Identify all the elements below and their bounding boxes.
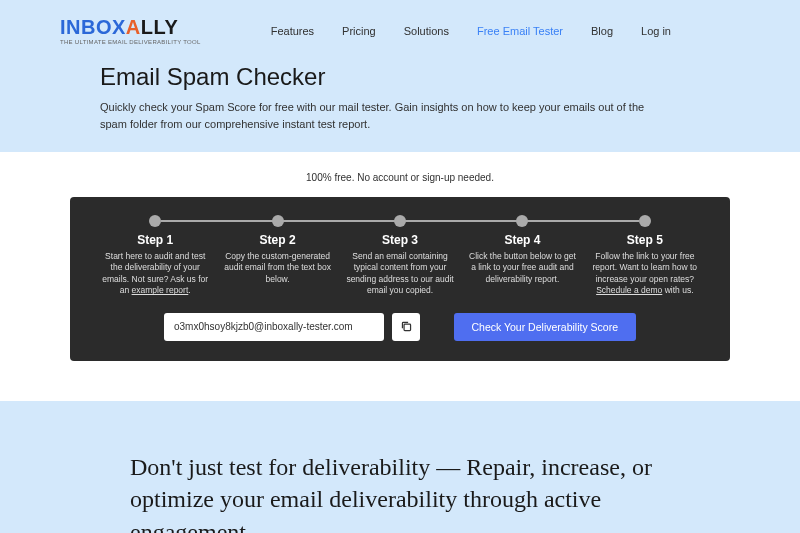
step-desc-1: Start here to audit and test the deliver… — [100, 251, 210, 297]
nav: Features Pricing Solutions Free Email Te… — [271, 25, 671, 37]
step-desc-4: Click the button below to get a link to … — [467, 251, 577, 285]
value-headline: Don't just test for deliverability — Rep… — [130, 451, 670, 533]
step-1: Step 1 Start here to audit and test the … — [94, 215, 216, 297]
step-title-5: Step 5 — [590, 233, 700, 247]
header: INBOXALLY THE ULTIMATE EMAIL DELIVERABIL… — [0, 16, 800, 63]
step-dot-5 — [639, 215, 651, 227]
step-dot-3 — [394, 215, 406, 227]
free-text: 100% free. No account or sign-up needed. — [70, 172, 730, 183]
action-row: Check Your Deliverability Score — [94, 313, 706, 341]
logo-text: INBOXALLY — [60, 16, 201, 39]
nav-login[interactable]: Log in — [641, 25, 671, 37]
step-title-1: Step 1 — [100, 233, 210, 247]
step-title-4: Step 4 — [467, 233, 577, 247]
step-dot-4 — [516, 215, 528, 227]
step-3: Step 3 Send an email containing typical … — [339, 215, 461, 297]
steps-row: Step 1 Start here to audit and test the … — [94, 215, 706, 297]
step-2: Step 2 Copy the custom-generated audit e… — [216, 215, 338, 297]
audit-email-input[interactable] — [164, 313, 384, 341]
nav-pricing[interactable]: Pricing — [342, 25, 376, 37]
step-4: Step 4 Click the button below to get a l… — [461, 215, 583, 297]
value-section: Don't just test for deliverability — Rep… — [0, 401, 800, 533]
page-subtitle: Quickly check your Spam Score for free w… — [100, 99, 660, 132]
step-title-3: Step 3 — [345, 233, 455, 247]
step-5: Step 5 Follow the link to your free repo… — [584, 215, 706, 297]
copy-button[interactable] — [392, 313, 420, 341]
nav-free-email-tester[interactable]: Free Email Tester — [477, 25, 563, 37]
step-desc-3: Send an email containing typical content… — [345, 251, 455, 297]
page-title: Email Spam Checker — [100, 63, 700, 91]
nav-features[interactable]: Features — [271, 25, 314, 37]
step-dot-2 — [272, 215, 284, 227]
logo[interactable]: INBOXALLY THE ULTIMATE EMAIL DELIVERABIL… — [60, 16, 201, 45]
nav-blog[interactable]: Blog — [591, 25, 613, 37]
example-report-link[interactable]: example report — [132, 285, 189, 295]
nav-solutions[interactable]: Solutions — [404, 25, 449, 37]
svg-rect-0 — [404, 324, 411, 331]
copy-icon — [400, 320, 413, 333]
checker-box: Step 1 Start here to audit and test the … — [70, 197, 730, 361]
step-title-2: Step 2 — [222, 233, 332, 247]
logo-tagline: THE ULTIMATE EMAIL DELIVERABILITY TOOL — [60, 39, 201, 45]
schedule-demo-link[interactable]: Schedule a demo — [596, 285, 662, 295]
check-deliverability-button[interactable]: Check Your Deliverability Score — [454, 313, 637, 341]
step-dot-1 — [149, 215, 161, 227]
step-desc-5: Follow the link to your free report. Wan… — [590, 251, 700, 297]
step-desc-2: Copy the custom-generated audit email fr… — [222, 251, 332, 285]
